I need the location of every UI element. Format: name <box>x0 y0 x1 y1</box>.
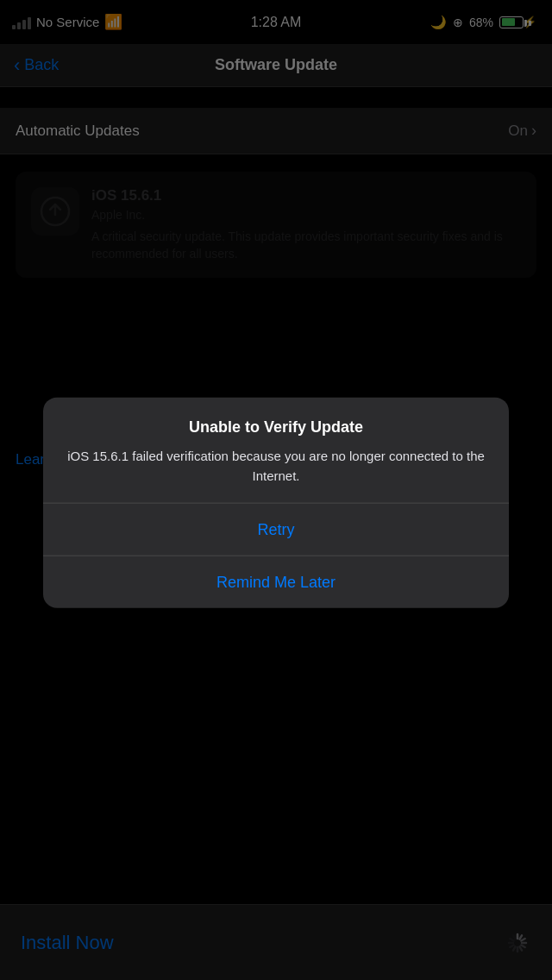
alert-content: Unable to Verify Update iOS 15.6.1 faile… <box>43 398 509 503</box>
alert-title: Unable to Verify Update <box>64 418 488 437</box>
alert-message: iOS 15.6.1 failed verification because y… <box>64 447 488 503</box>
remind-later-button[interactable]: Remind Me Later <box>43 556 509 608</box>
retry-button[interactable]: Retry <box>43 504 509 556</box>
alert-dialog: Unable to Verify Update iOS 15.6.1 faile… <box>43 398 509 608</box>
